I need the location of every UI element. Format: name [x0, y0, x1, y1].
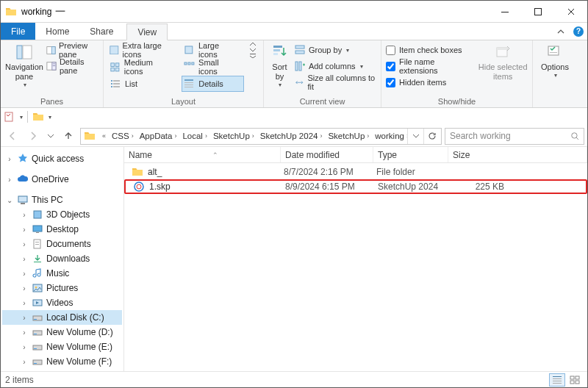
svg-rect-22 — [111, 83, 112, 85]
breadcrumb-segment[interactable]: working› — [372, 132, 407, 140]
help-button[interactable]: ? — [570, 23, 587, 40]
layout-extra-large[interactable]: Extra large icons — [108, 42, 174, 58]
nav-this-pc[interactable]: ⌄This PC — [2, 193, 122, 207]
refresh-button[interactable] — [423, 129, 440, 144]
group-by-button[interactable]: Group by▾ — [294, 42, 376, 58]
nav-folder[interactable]: ›Music — [2, 266, 122, 281]
add-columns-button[interactable]: Add columns▾ — [294, 58, 376, 74]
sort-by-button[interactable]: Sort by ▾ — [268, 43, 291, 88]
breadcrumb-segment[interactable]: SketchUp› — [210, 132, 257, 140]
nav-folder[interactable]: ›Documents — [2, 237, 122, 251]
collapse-icon[interactable]: ⌄ — [5, 196, 14, 204]
history-button[interactable] — [45, 127, 57, 145]
expand-icon[interactable]: › — [20, 226, 29, 234]
search-box[interactable] — [445, 128, 584, 145]
nav-drive[interactable]: ›New Volume (E:) — [2, 340, 122, 354]
svg-rect-62 — [33, 360, 42, 364]
expand-icon[interactable]: › — [20, 358, 29, 366]
nav-folder[interactable]: ›Desktop — [2, 222, 122, 237]
chevron-down-icon[interactable]: ▾ — [20, 114, 23, 121]
nav-drive[interactable]: ›New Volume (F:) — [2, 354, 122, 369]
breadcrumb-overflow[interactable]: « — [97, 132, 109, 140]
search-input[interactable] — [448, 130, 570, 142]
nav-folder[interactable]: ›3D Objects — [2, 207, 122, 222]
file-list[interactable]: alt_8/7/2024 2:16 PMFile folder1.skp8/9/… — [124, 163, 587, 371]
layout-spinner[interactable] — [247, 42, 259, 58]
view-details-button[interactable] — [549, 373, 565, 387]
menu-file[interactable]: File — [1, 23, 35, 40]
item-check-boxes-input[interactable] — [386, 46, 395, 55]
layout-small[interactable]: Small icons — [182, 59, 244, 75]
hidden-items-check[interactable]: Hidden items — [386, 74, 475, 90]
menu-view[interactable]: View — [126, 24, 168, 40]
layout-list[interactable]: List — [108, 76, 174, 92]
forward-button[interactable] — [24, 127, 42, 145]
navigation-pane-button[interactable]: Navigation pane ▾ — [5, 43, 43, 88]
file-row[interactable]: alt_8/7/2024 2:16 PMFile folder — [124, 165, 587, 179]
expand-icon[interactable]: › — [5, 176, 14, 184]
menu-home[interactable]: Home — [35, 23, 79, 40]
expand-icon[interactable]: › — [20, 299, 29, 307]
file-extensions-input[interactable] — [386, 62, 395, 71]
breadcrumb-segment[interactable]: SketchUp› — [325, 132, 372, 140]
column-size[interactable]: Size — [448, 147, 587, 162]
chevron-down-icon: ▾ — [279, 82, 282, 88]
column-type[interactable]: Type — [373, 147, 448, 162]
column-name[interactable]: Name⌃ — [124, 147, 281, 162]
column-date[interactable]: Date modified — [281, 147, 373, 162]
file-row[interactable]: 1.skp8/9/2024 6:15 PMSketchUp 2024225 KB — [124, 179, 587, 194]
title-dropdown-icon[interactable] — [54, 6, 66, 18]
hidden-items-input[interactable] — [386, 78, 395, 87]
size-columns-icon — [294, 76, 305, 88]
expand-icon[interactable]: › — [20, 343, 29, 351]
nav-label: New Volume (E:) — [46, 342, 112, 352]
breadcrumb-segment[interactable]: CSS› — [109, 132, 137, 140]
options-button[interactable]: Options ▾ — [537, 43, 573, 79]
nav-onedrive[interactable]: ›OneDrive — [2, 172, 122, 187]
layout-large[interactable]: Large icons — [182, 42, 244, 58]
close-button[interactable] — [554, 1, 587, 22]
nav-quick-access[interactable]: ›Quick access — [2, 151, 122, 166]
navigation-tree[interactable]: ›Quick access ›OneDrive ⌄This PC ›3D Obj… — [1, 147, 124, 371]
up-button[interactable] — [60, 127, 77, 145]
back-button[interactable] — [4, 127, 21, 145]
expand-icon[interactable]: › — [20, 328, 29, 337]
layout-details[interactable]: Details — [182, 76, 244, 92]
breadcrumb-segment[interactable]: AppData› — [137, 132, 180, 140]
breadcrumb-segment[interactable]: SketchUp 2024› — [257, 132, 326, 140]
open-folder-icon[interactable] — [32, 111, 44, 123]
expand-icon[interactable]: › — [20, 284, 29, 292]
hide-selected-button[interactable]: Hide selected items — [478, 43, 528, 82]
layout-medium[interactable]: Medium icons — [108, 59, 174, 75]
properties-icon[interactable] — [4, 111, 15, 123]
nav-drive[interactable]: ›Local Disk (C:) — [2, 310, 122, 325]
svg-rect-3 — [17, 46, 22, 59]
large-icons-icon — [183, 44, 195, 56]
maximize-button[interactable] — [521, 1, 554, 22]
expand-icon[interactable]: › — [20, 240, 29, 248]
expand-icon[interactable]: › — [5, 155, 14, 163]
details-pane-button[interactable]: Details pane — [46, 58, 98, 74]
file-extensions-check[interactable]: File name extensions — [386, 58, 475, 74]
preview-pane-button[interactable]: Preview pane — [46, 42, 98, 58]
size-all-columns-button[interactable]: Size all columns to fit — [294, 74, 376, 90]
expand-icon[interactable]: › — [20, 211, 29, 219]
menu-share[interactable]: Share — [79, 23, 123, 40]
breadcrumb-segment[interactable]: Local› — [179, 132, 210, 140]
expand-icon[interactable]: › — [20, 314, 29, 322]
item-check-boxes-check[interactable]: Item check boxes — [386, 42, 475, 58]
chevron-right-icon: › — [174, 132, 176, 140]
address-bar[interactable]: « CSS›AppData›Local›SketchUp›SketchUp 20… — [80, 128, 442, 145]
address-history-button[interactable] — [407, 129, 423, 144]
nav-drive[interactable]: ›New Volume (D:) — [2, 325, 122, 340]
nav-folder[interactable]: ›Videos — [2, 295, 122, 310]
nav-folder[interactable]: ›Pictures — [2, 281, 122, 295]
collapse-ribbon-button[interactable] — [552, 23, 570, 40]
expand-icon[interactable]: › — [20, 255, 29, 263]
chevron-down-icon[interactable]: ▾ — [49, 114, 51, 121]
svg-rect-33 — [273, 53, 278, 55]
view-thumbnails-button[interactable] — [567, 373, 583, 387]
minimize-button[interactable] — [488, 1, 521, 22]
nav-folder[interactable]: ›Downloads — [2, 251, 122, 266]
expand-icon[interactable]: › — [20, 270, 29, 278]
